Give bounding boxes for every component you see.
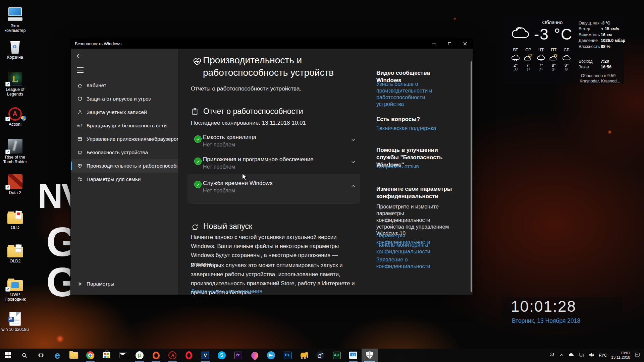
desktop-icon-league-of-legends[interactable]: League of Legends bbox=[1, 70, 30, 97]
minimize-button[interactable] bbox=[426, 39, 442, 49]
task-view-button[interactable] bbox=[33, 349, 49, 362]
taskbar-windows-defender[interactable] bbox=[362, 349, 378, 362]
taskbar-pc-settings[interactable] bbox=[345, 349, 361, 362]
photoshop-icon bbox=[284, 352, 291, 359]
tray-time: 10:01 bbox=[611, 351, 630, 355]
more-info-link[interactable]: Дополнительные сведения bbox=[191, 288, 262, 295]
taskbar-file-explorer[interactable] bbox=[66, 349, 82, 362]
taskbar: РУС 10:01 13.11.2018 bbox=[0, 349, 644, 362]
sidebar-item-device-security[interactable]: Безопасность устройства bbox=[71, 146, 178, 159]
taskbar-premiere[interactable] bbox=[230, 349, 246, 362]
taskbar-gradient-drop-app[interactable] bbox=[247, 349, 263, 362]
maximize-button[interactable] bbox=[442, 39, 457, 49]
onedrive-button[interactable] bbox=[568, 352, 574, 358]
taskbar-store[interactable] bbox=[99, 349, 115, 362]
taskbar-edge[interactable] bbox=[49, 349, 65, 362]
report-item-apps-software[interactable]: Приложения и программное обеспечение Нет… bbox=[187, 153, 360, 173]
chevron-up-icon[interactable] bbox=[351, 183, 356, 190]
people-icon bbox=[549, 352, 555, 357]
chevron-down-icon[interactable] bbox=[351, 137, 356, 144]
desktop-icon-old-folder[interactable]: OLD bbox=[1, 208, 30, 230]
taskbar-audition[interactable] bbox=[329, 349, 345, 362]
gear-icon bbox=[77, 281, 83, 287]
network-button[interactable] bbox=[579, 352, 584, 359]
sidebar-item-home[interactable]: Кабинет bbox=[71, 79, 178, 92]
action-center-button[interactable] bbox=[635, 352, 640, 359]
v-app-icon bbox=[202, 352, 209, 359]
chevron-up-icon bbox=[559, 353, 564, 357]
taskbar-chrome[interactable] bbox=[82, 349, 98, 362]
taskbar-steam[interactable] bbox=[312, 349, 328, 362]
sidebar-item-app-browser-control[interactable]: Управление приложениями/браузером bbox=[71, 132, 178, 146]
learn-more-link[interactable]: Узнать больше о производительности и раб… bbox=[376, 81, 452, 108]
search-icon bbox=[21, 352, 28, 358]
sidebar-item-firewall[interactable]: Брандмауэр и безопасность сети bbox=[71, 119, 178, 132]
search-button[interactable] bbox=[16, 349, 33, 362]
desktop-icon-uwp-explorer[interactable]: UWP Проводник bbox=[1, 275, 30, 302]
lo-temp: 3° bbox=[560, 68, 573, 72]
snow-rain-icon bbox=[509, 53, 522, 62]
taskbar-mail[interactable] bbox=[115, 349, 131, 362]
volume-button[interactable] bbox=[589, 352, 594, 359]
report-item-status: Нет проблем bbox=[203, 142, 235, 148]
desktop-icon-label: Action! bbox=[1, 122, 30, 127]
sidebar-item-virus-protection[interactable]: Защита от вирусов и угроз bbox=[71, 92, 178, 106]
lo-temp: -3° bbox=[509, 68, 522, 72]
title-bar[interactable]: Безопасность Windows bbox=[71, 39, 473, 49]
desktop-icon-action[interactable]: Action! bbox=[1, 105, 30, 127]
send-feedback-link[interactable]: Отправить отзыв bbox=[376, 163, 452, 170]
taskbar-v-app[interactable] bbox=[197, 349, 213, 362]
desktop-icon-win10-doc[interactable]: win 10 o2018u bbox=[1, 310, 30, 332]
close-button[interactable] bbox=[457, 39, 473, 49]
taskbar-skype[interactable] bbox=[214, 349, 230, 362]
home-icon bbox=[77, 83, 83, 88]
sidebar-item-device-performance[interactable]: Производительность и работоспособность у… bbox=[71, 159, 178, 173]
menu-button[interactable] bbox=[77, 67, 84, 73]
sidebar-item-settings[interactable]: Параметры bbox=[71, 277, 178, 291]
desktop-icon-recycle-bin[interactable]: Корзина bbox=[1, 38, 30, 60]
desktop-icon-rise-of-the-tomb-raider[interactable]: Rise of the Tomb Raider bbox=[1, 137, 30, 164]
volume-icon bbox=[589, 352, 594, 357]
tray-clock[interactable]: 10:01 13.11.2018 bbox=[611, 351, 630, 360]
window-title: Безопасность Windows bbox=[71, 41, 426, 46]
section-title: Новый запуск bbox=[203, 222, 252, 231]
desktop-icon-label: Этот компьютер bbox=[1, 23, 30, 33]
scrollbar[interactable] bbox=[471, 61, 472, 292]
taskbar-elephant-app[interactable] bbox=[296, 349, 312, 362]
rain-icon bbox=[535, 53, 547, 62]
start-button[interactable] bbox=[0, 349, 16, 362]
chevron-down-icon[interactable] bbox=[351, 159, 356, 166]
laptop-icon bbox=[77, 150, 83, 155]
support-link[interactable]: Техническая поддержка bbox=[376, 125, 452, 132]
desktop-icon-this-pc[interactable]: Этот компьютер bbox=[1, 6, 30, 33]
taskbar-opera[interactable] bbox=[181, 349, 197, 362]
desktop-icon-dota-2[interactable]: Dota 2 bbox=[1, 173, 30, 195]
hi-temp: 8° bbox=[547, 63, 560, 68]
report-item-storage[interactable]: Емкость хранилища Нет проблем bbox=[187, 131, 360, 151]
weather-details: Ощущ. как-3 °C Ветер▼15 км/ч Видимость16… bbox=[579, 20, 625, 50]
ember-particle bbox=[453, 17, 456, 20]
privacy-text: Просмотрите и измените параметры конфиде… bbox=[376, 203, 452, 237]
gradient-drop-icon bbox=[250, 350, 260, 360]
taskbar-telegram[interactable] bbox=[263, 349, 279, 362]
detail-label: Давление bbox=[579, 38, 601, 43]
page-title: Производительность и работоспособность у… bbox=[203, 54, 351, 79]
privacy-dashboard-link[interactable]: Панель мониторинга конфиденциальности bbox=[376, 242, 452, 255]
sidebar-item-account-protection[interactable]: Защита учетных записей bbox=[71, 106, 178, 119]
premiere-pro-icon bbox=[234, 352, 242, 359]
clock-date: Вторник, 13 Ноября 2018 bbox=[512, 317, 580, 324]
taskbar-utorrent[interactable] bbox=[131, 349, 148, 362]
language-indicator[interactable]: РУС bbox=[599, 353, 607, 358]
taskbar-origin[interactable] bbox=[148, 349, 164, 362]
tray-expand-button[interactable] bbox=[559, 352, 564, 358]
person-icon bbox=[77, 110, 83, 115]
back-button[interactable] bbox=[76, 53, 86, 61]
sidebar-item-family-options[interactable]: Параметры для семьи bbox=[71, 173, 178, 186]
desktop-icon-old2-folder[interactable]: OLD2 bbox=[1, 241, 30, 263]
report-item-windows-time-service[interactable]: Служба времени Windows Нет проблем bbox=[187, 174, 360, 203]
taskbar-action-recorder[interactable] bbox=[164, 349, 180, 362]
privacy-statement-link[interactable]: Заявление о конфиденциальности bbox=[376, 256, 452, 270]
taskbar-photoshop[interactable] bbox=[279, 349, 296, 362]
weather-condition: Облачно bbox=[524, 19, 581, 25]
people-button[interactable] bbox=[549, 352, 555, 359]
